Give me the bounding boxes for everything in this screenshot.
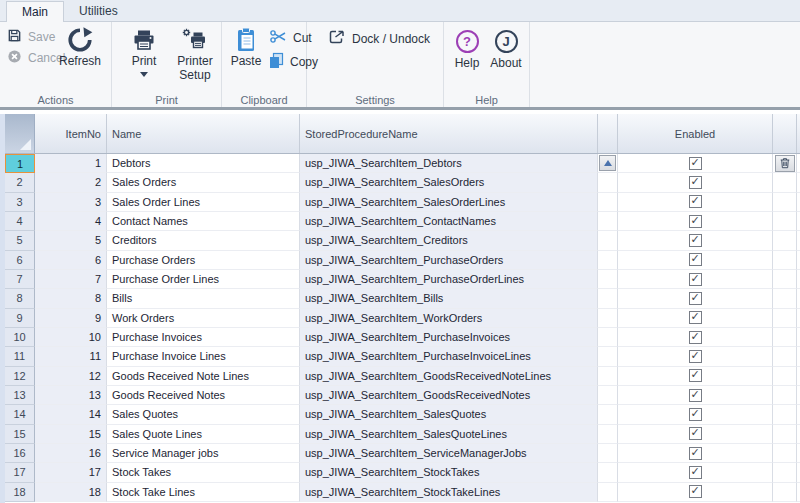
stored-procedure-cell[interactable]: usp_JIWA_SearchItem_PurchaseOrders [300, 251, 598, 270]
stored-procedure-cell[interactable]: usp_JIWA_SearchItem_ServiceManagerJobs [300, 444, 598, 463]
itemno-cell[interactable]: 14 [35, 405, 107, 424]
row-selector[interactable]: 12 [5, 367, 35, 386]
name-cell[interactable]: Service Manager jobs [107, 444, 300, 463]
column-header-name[interactable]: Name [107, 114, 300, 153]
itemno-cell[interactable]: 5 [35, 231, 107, 250]
itemno-cell[interactable]: 2 [35, 173, 107, 192]
row-selector[interactable]: 4 [5, 212, 35, 231]
itemno-cell[interactable]: 6 [35, 251, 107, 270]
enabled-checkbox[interactable] [689, 369, 702, 382]
name-cell[interactable]: Stock Takes [107, 463, 300, 482]
name-cell[interactable]: Purchase Invoice Lines [107, 347, 300, 366]
stored-procedure-cell[interactable]: usp_JIWA_SearchItem_Creditors [300, 231, 598, 250]
itemno-cell[interactable]: 17 [35, 463, 107, 482]
enabled-checkbox[interactable] [689, 311, 702, 324]
stored-procedure-cell[interactable]: usp_JIWA_SearchItem_PurchaseInvoiceLines [300, 347, 598, 366]
tab-utilities[interactable]: Utilities [64, 1, 133, 21]
itemno-cell[interactable]: 10 [35, 328, 107, 347]
itemno-cell[interactable]: 18 [35, 483, 107, 502]
enabled-checkbox[interactable] [689, 176, 702, 189]
stored-procedure-cell[interactable]: usp_JIWA_SearchItem_SalesOrderLines [300, 193, 598, 212]
row-selector[interactable]: 2 [5, 173, 35, 192]
name-cell[interactable]: Purchase Order Lines [107, 270, 300, 289]
itemno-cell[interactable]: 3 [35, 193, 107, 212]
stored-procedure-cell[interactable]: usp_JIWA_SearchItem_StockTakeLines [300, 483, 598, 502]
help-button[interactable]: ? Help [449, 26, 485, 71]
itemno-cell[interactable]: 9 [35, 309, 107, 328]
itemno-cell[interactable]: 1 [35, 154, 107, 173]
name-cell[interactable]: Stock Take Lines [107, 483, 300, 502]
enabled-checkbox[interactable] [689, 408, 702, 421]
grid-corner-cell[interactable] [5, 114, 35, 153]
name-cell[interactable]: Sales Quote Lines [107, 425, 300, 444]
enabled-checkbox[interactable] [689, 292, 702, 305]
stored-procedure-cell[interactable]: usp_JIWA_SearchItem_Bills [300, 289, 598, 308]
itemno-cell[interactable]: 4 [35, 212, 107, 231]
itemno-cell[interactable]: 11 [35, 347, 107, 366]
name-cell[interactable]: Contact Names [107, 212, 300, 231]
row-selector[interactable]: 11 [5, 347, 35, 366]
row-selector[interactable]: 9 [5, 309, 35, 328]
enabled-checkbox[interactable] [689, 331, 702, 344]
name-cell[interactable]: Goods Received Notes [107, 386, 300, 405]
row-selector[interactable]: 6 [5, 251, 35, 270]
name-cell[interactable]: Sales Quotes [107, 405, 300, 424]
stored-procedure-cell[interactable]: usp_JIWA_SearchItem_PurchaseOrderLines [300, 270, 598, 289]
itemno-cell[interactable]: 8 [35, 289, 107, 308]
stored-procedure-cell[interactable]: usp_JIWA_SearchItem_PurchaseInvoices [300, 328, 598, 347]
printer-setup-button[interactable]: Printer Setup [170, 24, 220, 83]
stored-procedure-cell[interactable]: usp_JIWA_SearchItem_WorkOrders [300, 309, 598, 328]
enabled-checkbox[interactable] [689, 389, 702, 402]
row-selector[interactable]: 10 [5, 328, 35, 347]
row-selector[interactable]: 18 [5, 483, 35, 502]
save-button[interactable]: Save [4, 27, 58, 47]
enabled-checkbox[interactable] [689, 466, 702, 479]
refresh-button[interactable]: Refresh [52, 24, 108, 69]
enabled-checkbox[interactable] [689, 157, 702, 170]
name-cell[interactable]: Work Orders [107, 309, 300, 328]
itemno-cell[interactable]: 13 [35, 386, 107, 405]
column-header-itemno[interactable]: ItemNo [35, 114, 107, 153]
name-cell[interactable]: Sales Orders [107, 173, 300, 192]
row-selector[interactable]: 17 [5, 463, 35, 482]
row-selector[interactable]: 8 [5, 289, 35, 308]
stored-procedure-cell[interactable]: usp_JIWA_SearchItem_SalesOrders [300, 173, 598, 192]
enabled-checkbox[interactable] [689, 273, 702, 286]
move-up-button[interactable] [599, 155, 616, 171]
stored-procedure-cell[interactable]: usp_JIWA_SearchItem_GoodsReceivedNoteLin… [300, 367, 598, 386]
name-cell[interactable]: Bills [107, 289, 300, 308]
name-cell[interactable]: Sales Order Lines [107, 193, 300, 212]
column-header-enabled[interactable]: Enabled [618, 114, 773, 153]
tab-main[interactable]: Main [6, 1, 64, 22]
stored-procedure-cell[interactable]: usp_JIWA_SearchItem_SalesQuoteLines [300, 425, 598, 444]
delete-row-button[interactable] [775, 155, 795, 172]
row-selector[interactable]: 13 [5, 386, 35, 405]
itemno-cell[interactable]: 15 [35, 425, 107, 444]
stored-procedure-cell[interactable]: usp_JIWA_SearchItem_ContactNames [300, 212, 598, 231]
itemno-cell[interactable]: 7 [35, 270, 107, 289]
enabled-checkbox[interactable] [689, 485, 702, 498]
name-cell[interactable]: Goods Received Note Lines [107, 367, 300, 386]
stored-procedure-cell[interactable]: usp_JIWA_SearchItem_Debtors [300, 154, 598, 173]
row-selector[interactable]: 1 [5, 154, 35, 173]
name-cell[interactable]: Creditors [107, 231, 300, 250]
paste-button[interactable]: Paste [225, 24, 267, 69]
enabled-checkbox[interactable] [689, 215, 702, 228]
row-selector[interactable]: 14 [5, 405, 35, 424]
enabled-checkbox[interactable] [689, 234, 702, 247]
itemno-cell[interactable]: 12 [35, 367, 107, 386]
enabled-checkbox[interactable] [689, 253, 702, 266]
column-header-stored-procedure-name[interactable]: StoredProcedureName [300, 114, 598, 153]
print-button[interactable]: Print [121, 24, 167, 77]
dock-undock-button[interactable]: Dock / Undock [325, 28, 433, 49]
enabled-checkbox[interactable] [689, 195, 702, 208]
enabled-checkbox[interactable] [689, 427, 702, 440]
row-selector[interactable]: 3 [5, 193, 35, 212]
row-selector[interactable]: 16 [5, 444, 35, 463]
name-cell[interactable]: Debtors [107, 154, 300, 173]
name-cell[interactable]: Purchase Orders [107, 251, 300, 270]
enabled-checkbox[interactable] [689, 447, 702, 460]
stored-procedure-cell[interactable]: usp_JIWA_SearchItem_GoodsReceivedNotes [300, 386, 598, 405]
stored-procedure-cell[interactable]: usp_JIWA_SearchItem_StockTakes [300, 463, 598, 482]
itemno-cell[interactable]: 16 [35, 444, 107, 463]
